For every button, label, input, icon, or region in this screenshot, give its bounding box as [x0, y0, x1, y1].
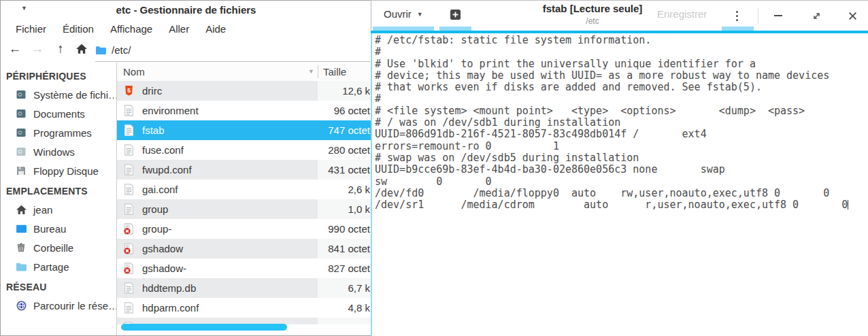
text-line: /dev/fd0 /media/floppy0 auto rw,user,noa…	[375, 188, 868, 199]
sidebar-item-parcourir-reseau[interactable]: Parcourir le rése…	[1, 296, 116, 315]
document-path: /etc	[524, 16, 661, 26]
text-line: # / was on /dev/sdb1 during installation	[375, 117, 868, 129]
home-icon[interactable]	[73, 40, 90, 58]
file-manager-window: ▼ etc - Gestionnaire de fichiers Fichier…	[0, 0, 371, 336]
close-icon	[848, 12, 857, 20]
floppy-icon	[15, 165, 27, 177]
sidebar-item-floppy[interactable]: Floppy Disque	[1, 161, 116, 180]
file-row-fstab-selected[interactable]: fstab 747 octet	[117, 120, 371, 140]
file-row-environment[interactable]: environment 96 octet	[117, 101, 371, 120]
maximize-icon	[812, 11, 822, 21]
text-line: #	[375, 46, 868, 58]
svg-text:01: 01	[126, 244, 130, 248]
text-line: sw 0 0	[375, 176, 868, 188]
file-row-hddtemp-db[interactable]: hddtemp.db 6,7 k	[117, 278, 371, 298]
menu-aide[interactable]: Aide	[197, 20, 234, 37]
location-bar[interactable]: /etc/	[95, 39, 370, 62]
open-button[interactable]: Ouvrir ▼	[384, 8, 423, 20]
column-header-taille[interactable]: Taille	[323, 66, 346, 78]
sidebar-item-label: Corbeille	[33, 242, 73, 254]
sidebar-item-label: Système de fichi…	[33, 89, 116, 101]
sidebar-item-jean-home[interactable]: jean	[1, 200, 116, 219]
drive-icon	[15, 107, 27, 120]
chevron-down-icon: ▼	[417, 11, 423, 18]
sidebar-item-windows[interactable]: Windows	[1, 142, 116, 161]
save-button[interactable]: Enregistrer	[657, 8, 707, 20]
document-title-block: fstab [Lecture seule] /etc	[524, 3, 661, 26]
network-icon	[15, 299, 27, 312]
trash-icon	[15, 241, 27, 254]
close-button[interactable]	[846, 9, 859, 22]
text-file-icon	[124, 124, 135, 136]
editor-headerbar[interactable]: Ouvrir ▼ fstab [Lecture seule] /etc Enre…	[371, 1, 868, 31]
document-title: fstab [Lecture seule]	[524, 3, 661, 14]
file-row-gshadow-dash[interactable]: 01 gshadow- 827 octet	[117, 258, 371, 278]
maximize-button[interactable]	[809, 9, 823, 22]
svg-text:01: 01	[126, 264, 130, 267]
sidebar-item-label: Windows	[33, 146, 75, 158]
text-line: # Use 'blkid' to print the universally u…	[375, 58, 868, 70]
text-editor-window: Ouvrir ▼ fstab [Lecture seule] /etc Enre…	[371, 0, 868, 336]
shared-folder-icon	[15, 261, 27, 273]
file-row-group-dash[interactable]: 01 group- 990 octet	[117, 219, 371, 239]
text-line: UUID=806d91db-216f-4521-8057-83c498db014…	[375, 129, 868, 140]
file-list: Nom ▼ Taille 5 drirc 12,6 k environment	[117, 63, 371, 335]
list-header: Nom ▼ Taille	[117, 63, 371, 82]
menu-affichage[interactable]: Affichage	[102, 20, 161, 37]
sidebar-section-reseau: RÉSEAU	[1, 276, 116, 296]
text-file-icon	[124, 282, 135, 294]
sidebar-item-programmes[interactable]: Programmes	[1, 123, 116, 142]
folder-icon	[95, 46, 107, 55]
file-row-fuse-conf[interactable]: fuse.conf 280 octet	[117, 140, 371, 160]
sidebar-section-emplacements: EMPLACEMENTS	[1, 180, 116, 200]
new-document-button[interactable]	[450, 9, 461, 20]
sidebar-item-documents[interactable]: Documents	[1, 104, 116, 123]
sidebar-item-label: Partage	[33, 261, 69, 273]
sidebar-item-corbeille[interactable]: Corbeille	[1, 238, 116, 257]
column-header-nom[interactable]: Nom	[123, 66, 145, 78]
file-manager-titlebar[interactable]: ▼ etc - Gestionnaire de fichiers	[1, 1, 371, 18]
file-manager-toolbar: ← → ↑ /etc/	[1, 39, 371, 63]
horizontal-scrollbar[interactable]	[121, 324, 287, 331]
editor-text-area[interactable]: # /etc/fstab: static file system informa…	[371, 33, 868, 336]
drive-icon	[15, 127, 27, 139]
desktop: ▼ etc - Gestionnaire de fichiers Fichier…	[0, 0, 868, 336]
file-manager-title: etc - Gestionnaire de fichiers	[1, 4, 371, 16]
text-file-icon	[124, 144, 135, 156]
file-row-drirc[interactable]: 5 drirc 12,6 k	[117, 81, 371, 101]
minimize-button[interactable]	[771, 9, 785, 22]
no-permission-file-icon: 01	[124, 263, 135, 274]
file-row-hdparm-conf[interactable]: hdparm.conf 4,8 k	[117, 298, 371, 318]
file-row-group[interactable]: group 1,0 k	[117, 199, 371, 219]
html-file-icon: 5	[124, 85, 135, 97]
desktop-icon	[15, 222, 27, 235]
kebab-menu-icon[interactable]	[733, 7, 741, 24]
back-icon[interactable]: ←	[6, 40, 24, 58]
menu-edition[interactable]: Édition	[54, 20, 102, 37]
text-file-icon	[124, 164, 135, 175]
file-row-gai-conf[interactable]: gai.conf 2,6 k	[117, 180, 371, 199]
sidebar-item-label: Floppy Disque	[33, 165, 99, 177]
file-manager-menubar: Fichier Édition Affichage Aller Aide	[1, 18, 371, 39]
up-icon[interactable]: ↑	[52, 40, 69, 58]
text-line: errors=remount-ro 0 1	[375, 141, 868, 152]
sidebar-item-label: Bureau	[33, 223, 66, 235]
sidebar-item-bureau[interactable]: Bureau	[1, 219, 116, 238]
text-line-last: /dev/sr1 /media/cdrom auto r,user,noauto…	[375, 199, 868, 211]
sidebar-item-partage[interactable]: Partage	[1, 257, 116, 276]
sidebar-item-systeme-de-fichiers[interactable]: Système de fichi…	[1, 85, 116, 104]
text-line: # that works even if disks are added and…	[375, 82, 868, 93]
no-permission-file-icon: 01	[124, 223, 135, 235]
sort-descending-icon[interactable]: ▼	[308, 68, 314, 75]
file-row-gshadow[interactable]: 01 gshadow 841 octet	[117, 239, 371, 258]
drive-icon	[15, 88, 27, 101]
forward-icon[interactable]: →	[29, 40, 46, 58]
menu-fichier[interactable]: Fichier	[7, 20, 54, 37]
menu-aller[interactable]: Aller	[161, 20, 197, 37]
column-divider[interactable]	[318, 65, 318, 78]
text-cursor	[848, 200, 848, 209]
sidebar-item-label: jean	[33, 204, 52, 216]
file-rows: 5 drirc 12,6 k environment 96 octet fsta…	[117, 81, 371, 324]
file-row-fwupd-conf[interactable]: fwupd.conf 431 octet	[117, 160, 371, 180]
header-separator	[758, 7, 758, 24]
